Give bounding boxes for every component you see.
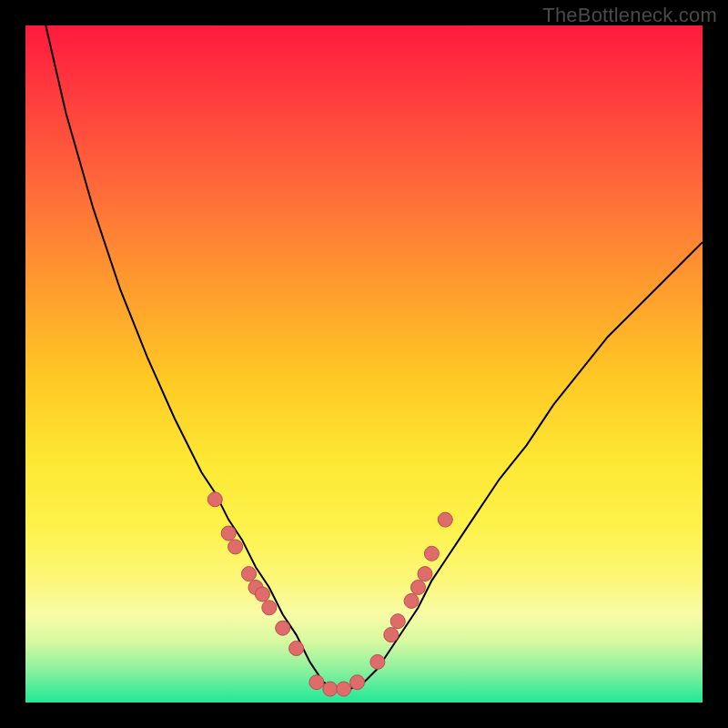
marker-left-cluster — [255, 587, 269, 602]
marker-left-cluster — [276, 621, 290, 635]
marker-left-cluster — [262, 601, 277, 615]
chart-container: TheBottleneck.com — [0, 0, 728, 728]
marker-trough — [323, 682, 338, 696]
marker-left-cluster — [228, 540, 243, 554]
bottleneck-curve — [46, 25, 703, 689]
marker-left-cluster — [207, 492, 222, 507]
watermark-text: TheBottleneck.com — [542, 4, 717, 27]
data-markers — [207, 492, 452, 696]
marker-right-cluster — [418, 567, 432, 581]
marker-left-cluster — [221, 526, 236, 541]
marker-right-cluster — [438, 512, 452, 527]
marker-right-cluster — [404, 593, 419, 608]
marker-trough — [337, 682, 351, 696]
curve-layer — [25, 25, 703, 703]
marker-trough — [350, 675, 365, 690]
marker-right-cluster — [370, 654, 385, 669]
marker-left-cluster — [242, 567, 257, 581]
marker-right-cluster — [390, 614, 405, 629]
marker-left-cluster — [289, 642, 304, 656]
marker-right-cluster — [384, 628, 399, 642]
plot-area — [25, 25, 703, 703]
marker-trough — [309, 675, 324, 690]
marker-right-cluster — [411, 581, 426, 595]
marker-right-cluster — [424, 546, 439, 561]
